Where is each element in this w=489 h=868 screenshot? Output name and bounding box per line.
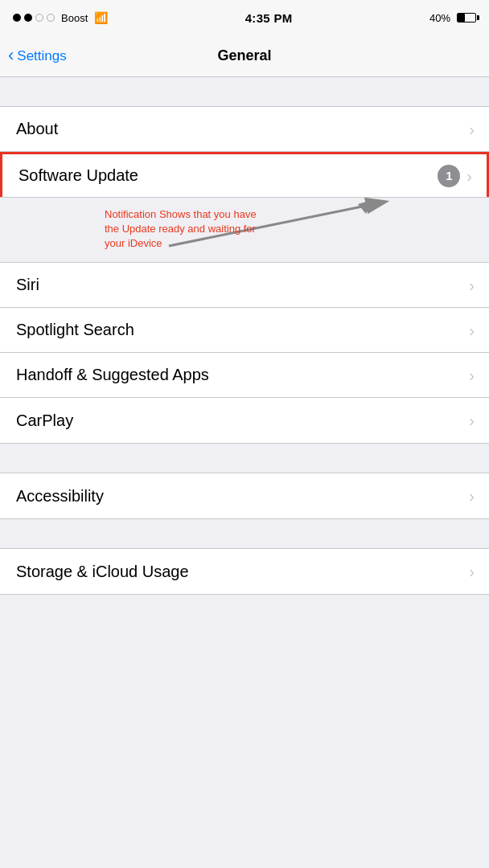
status-time: 4:35 PM [245,11,293,25]
annotation-text: Notification Shows that you have the Upd… [105,207,265,252]
list-group-2: Siri › Spotlight Search › Handoff & Sugg… [0,262,489,444]
list-group-4: Storage & iCloud Usage › [0,548,489,595]
nav-bar: ‹ Settings General [0,35,489,77]
software-update-right: 1 › [438,165,472,187]
software-update-row[interactable]: Software Update 1 › [0,152,489,197]
accessibility-chevron-icon: › [469,488,475,504]
back-button[interactable]: ‹ Settings [8,48,67,64]
spotlight-search-row[interactable]: Spotlight Search › [0,308,489,353]
software-update-label: Software Update [18,166,138,185]
carplay-label: CarPlay [16,411,73,430]
back-label: Settings [17,48,66,64]
handoff-right: › [469,367,475,383]
svg-marker-2 [358,199,374,214]
storage-label: Storage & iCloud Usage [16,563,189,581]
battery-percent: 40% [429,12,450,24]
spotlight-search-right: › [469,322,475,338]
spotlight-chevron-icon: › [469,322,475,338]
status-bar: Boost 📶 4:35 PM 40% [0,0,489,35]
about-label: About [16,120,58,138]
status-left: Boost 📶 [13,11,108,24]
battery-icon [455,13,476,23]
about-right: › [469,121,475,137]
storage-row[interactable]: Storage & iCloud Usage › [0,549,489,594]
signal-dot-4 [47,14,55,22]
bottom-section-divider [0,519,489,548]
storage-right: › [469,563,475,579]
mid-section-divider [0,444,489,473]
accessibility-right: › [469,488,475,504]
spotlight-search-label: Spotlight Search [16,321,134,339]
carplay-row[interactable]: CarPlay › [0,398,489,443]
top-section-divider [0,77,489,106]
handoff-row[interactable]: Handoff & Suggested Apps › [0,353,489,398]
handoff-label: Handoff & Suggested Apps [16,366,209,384]
wifi-icon: 📶 [94,11,108,24]
about-row[interactable]: About › [0,107,489,152]
carrier-label: Boost [61,12,88,24]
siri-label: Siri [16,276,39,294]
list-group-1: About › Software Update 1 › [0,106,489,198]
handoff-chevron-icon: › [469,367,475,383]
list-group-3: Accessibility › [0,473,489,519]
page-title: General [217,47,271,64]
signal-dot-3 [35,14,43,22]
update-badge: 1 [438,165,460,187]
carplay-right: › [469,412,475,428]
accessibility-label: Accessibility [16,487,104,506]
siri-row[interactable]: Siri › [0,263,489,308]
siri-right: › [469,277,475,293]
siri-chevron-icon: › [469,277,475,293]
signal-dot-1 [13,14,21,22]
software-update-chevron-icon: › [466,168,472,184]
carplay-chevron-icon: › [469,412,475,428]
annotation-section: Notification Shows that you have the Upd… [0,198,489,262]
accessibility-row[interactable]: Accessibility › [0,473,489,518]
signal-dot-2 [24,14,32,22]
back-chevron-icon: ‹ [8,47,14,64]
storage-chevron-icon: › [469,563,475,579]
status-right: 40% [429,12,476,24]
about-chevron-icon: › [469,121,475,137]
